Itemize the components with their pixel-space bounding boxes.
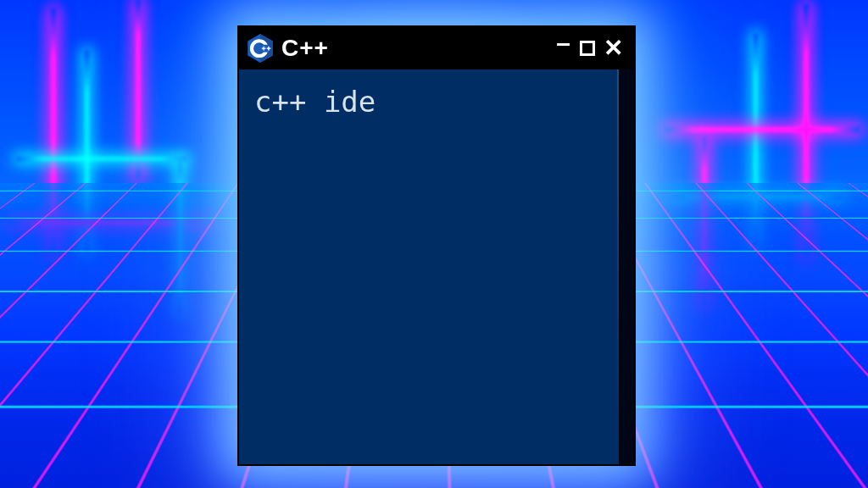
close-button[interactable]: ✕ [604, 36, 624, 60]
window-title: C++ [281, 35, 329, 62]
neon-stripe [136, 0, 141, 178]
cpp-icon [248, 34, 273, 63]
app-window: C++ – ✕ c++ ide [237, 25, 636, 466]
titlebar[interactable]: C++ – ✕ [239, 27, 634, 69]
maximize-button[interactable] [580, 41, 595, 56]
window-controls: – ✕ [556, 36, 624, 60]
svg-rect-5 [262, 48, 266, 49]
editor-area[interactable]: c++ ide [239, 69, 634, 464]
svg-rect-7 [267, 48, 271, 49]
neon-stripe [17, 157, 186, 161]
neon-stripe [665, 127, 860, 132]
editor-content: c++ ide [254, 85, 376, 119]
background-scene: C++ – ✕ c++ ide [0, 0, 868, 488]
